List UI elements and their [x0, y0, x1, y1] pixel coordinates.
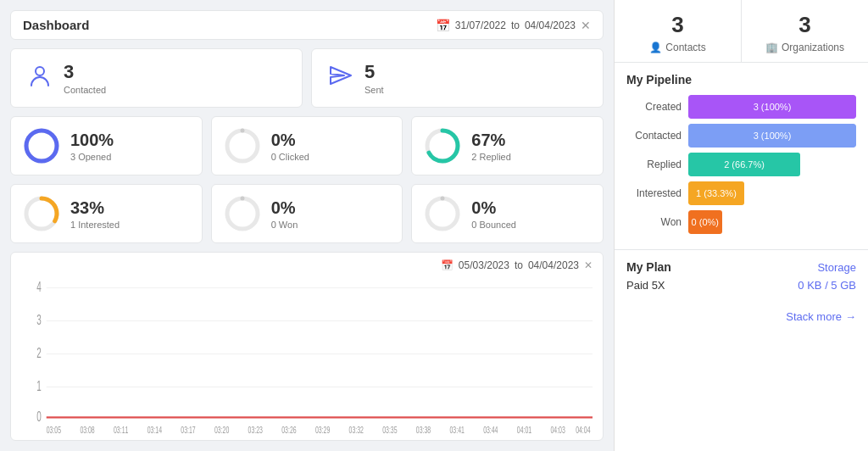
pipeline-contacted-bar: 3 (100%): [688, 124, 856, 148]
bounced-pct: 0%: [471, 198, 516, 218]
chart-date-from: 05/03/2023: [459, 259, 509, 271]
svg-text:03:29: 03:29: [315, 425, 330, 433]
svg-text:03:38: 03:38: [416, 425, 431, 433]
svg-text:03:26: 03:26: [281, 425, 296, 433]
stack-more-label: Stack more: [786, 310, 842, 323]
opened-pct: 100%: [70, 131, 114, 150]
svg-text:03:08: 03:08: [80, 425, 94, 433]
contact-list-icon: 👤: [649, 42, 662, 53]
date-to: 04/04/2023: [525, 19, 576, 31]
pipeline-won-bar: 0 (0%): [688, 210, 722, 234]
sent-label: Sent: [364, 85, 384, 95]
plan-storage-link[interactable]: Storage: [817, 261, 856, 274]
organizations-number: 3: [748, 12, 861, 38]
svg-text:1: 1: [36, 379, 42, 394]
svg-text:03:41: 03:41: [450, 425, 465, 433]
organizations-label: 🏢 Organizations: [748, 42, 861, 53]
pipeline-won-label: Won: [626, 216, 682, 228]
pipeline-section: My Pipeline Created 3 (100%) Contacted 3…: [615, 63, 868, 250]
arrow-right-icon: →: [845, 310, 856, 323]
svg-text:03:17: 03:17: [181, 425, 195, 433]
svg-point-3: [227, 131, 258, 161]
won-pct: 0%: [271, 198, 298, 218]
metric-replied: 67% 2 Replied: [411, 116, 604, 175]
svg-text:0: 0: [36, 409, 42, 425]
date-from: 31/07/2022: [455, 19, 506, 31]
metrics-grid: 100% 3 Opened 0% 0 Clicked: [10, 116, 604, 243]
stat-card-sent: 5 Sent: [311, 48, 604, 108]
pipeline-replied: Replied 2 (66.7%): [626, 153, 856, 176]
pipeline-interested-bar-wrap: 1 (33.3%): [688, 181, 856, 205]
donut-opened: [23, 127, 60, 164]
right-panel: 3 👤 Contacts 3 🏢 Organizations My Pipeli…: [614, 0, 868, 451]
date-range: 📅 31/07/2022 to 04/04/2023 ✕: [436, 19, 591, 32]
contacted-number: 3: [64, 61, 106, 83]
svg-text:04:01: 04:01: [517, 425, 531, 433]
pipeline-created-bar: 3 (100%): [688, 95, 856, 119]
metric-clicked: 0% 0 Clicked: [211, 116, 403, 175]
chart-section: 📅 05/03/2023 to 04/04/2023 ✕ 4: [10, 252, 604, 441]
chart-header: 📅 05/03/2023 to 04/04/2023 ✕: [21, 259, 593, 271]
svg-text:03:35: 03:35: [382, 425, 397, 433]
pipeline-replied-bar-wrap: 2 (66.7%): [688, 153, 856, 176]
calendar-icon: 📅: [436, 19, 450, 32]
chart-close-icon[interactable]: ✕: [584, 259, 593, 271]
clicked-pct: 0%: [271, 131, 309, 150]
pipeline-title: My Pipeline: [626, 73, 856, 86]
pipeline-replied-label: Replied: [626, 159, 682, 170]
svg-point-2: [26, 131, 57, 161]
contacts-stat: 3 👤 Contacts: [615, 0, 742, 62]
contacts-number: 3: [621, 12, 734, 38]
contacts-orgs-row: 3 👤 Contacts 3 🏢 Organizations: [615, 0, 868, 63]
svg-text:03:44: 03:44: [483, 425, 498, 433]
stat-card-contacted: 3 Contacted: [10, 48, 303, 108]
plan-name: Paid 5X: [626, 279, 665, 292]
chart-date-to: 04/04/2023: [528, 259, 579, 271]
plan-row: Paid 5X 0 KB / 5 GB: [626, 279, 856, 292]
sent-icon: [327, 62, 354, 95]
svg-text:03:20: 03:20: [214, 425, 229, 433]
metric-won: 0% 0 Won: [211, 184, 403, 243]
svg-text:03:14: 03:14: [147, 425, 162, 433]
metric-bounced: 0% 0 Bounced: [411, 184, 604, 243]
pipeline-contacted-label: Contacted: [626, 130, 682, 142]
stats-row: 3 Contacted 5 Sent: [10, 48, 604, 108]
clicked-label: 0 Clicked: [271, 152, 309, 162]
svg-text:4: 4: [36, 280, 42, 295]
svg-text:03:11: 03:11: [114, 425, 128, 433]
pipeline-interested: Interested 1 (33.3%): [626, 181, 856, 205]
replied-label: 2 Replied: [471, 152, 510, 162]
metric-opened: 100% 3 Opened: [10, 116, 203, 175]
donut-interested: [23, 195, 60, 232]
dashboard-title: Dashboard: [23, 18, 89, 32]
donut-replied: [424, 127, 461, 164]
contacts-label: 👤 Contacts: [621, 42, 734, 53]
pipeline-won-bar-wrap: 0 (0%): [688, 210, 856, 234]
plan-header: My Plan Storage: [626, 260, 856, 274]
donut-clicked: [224, 127, 261, 164]
svg-point-11: [427, 198, 458, 229]
pipeline-interested-bar: 1 (33.3%): [688, 181, 744, 205]
svg-point-9: [227, 198, 258, 229]
interested-pct: 33%: [70, 198, 120, 218]
close-date-icon[interactable]: ✕: [581, 19, 591, 32]
chart-cal-icon: 📅: [441, 259, 453, 271]
pipeline-won: Won 0 (0%): [626, 210, 856, 234]
pipeline-created-label: Created: [626, 101, 682, 113]
chart-svg: 4 3 2 1 0 03:05 03:08 03:11 03:14 03:17 …: [21, 275, 593, 433]
contact-icon: [26, 62, 53, 95]
pipeline-created: Created 3 (100%): [626, 95, 856, 119]
dashboard-header: Dashboard 📅 31/07/2022 to 04/04/2023 ✕: [10, 10, 604, 40]
plan-section: My Plan Storage Paid 5X 0 KB / 5 GB: [615, 250, 868, 302]
interested-label: 1 Interested: [70, 220, 120, 230]
pipeline-created-bar-wrap: 3 (100%): [688, 95, 856, 119]
plan-storage-value: 0 KB / 5 GB: [798, 279, 856, 292]
replied-pct: 67%: [471, 131, 510, 150]
stack-more-link[interactable]: Stack more →: [615, 302, 868, 331]
plan-title: My Plan: [626, 260, 671, 274]
svg-text:2: 2: [36, 346, 42, 361]
svg-text:03:05: 03:05: [47, 425, 61, 433]
sent-number: 5: [364, 61, 384, 83]
svg-point-0: [36, 67, 44, 75]
contacted-label: Contacted: [64, 85, 106, 95]
